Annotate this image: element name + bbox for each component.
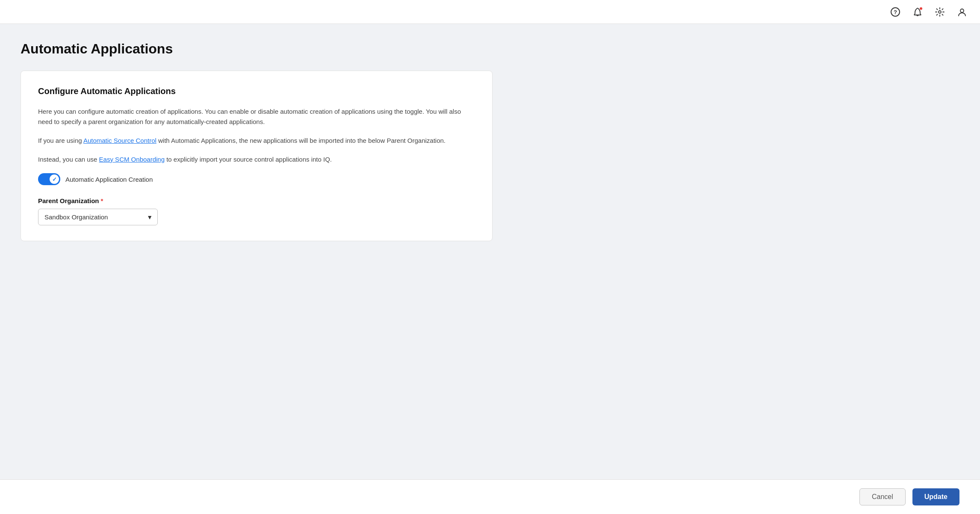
parent-org-select[interactable]: Sandbox Organization Root Organization: [38, 209, 158, 225]
card-title: Configure Automatic Applications: [38, 86, 475, 96]
parent-org-select-wrapper: Sandbox Organization Root Organization ▼: [38, 209, 158, 225]
automatic-source-control-link[interactable]: Automatic Source Control: [83, 137, 156, 144]
user-icon[interactable]: [956, 6, 968, 18]
main-content: Automatic Applications Configure Automat…: [0, 24, 513, 269]
description-2-suffix: with Automatic Applications, the new app…: [156, 137, 446, 144]
configure-card: Configure Automatic Applications Here yo…: [21, 71, 493, 241]
update-button[interactable]: Update: [912, 488, 959, 505]
description-3-suffix: to explicitly import your source control…: [165, 156, 332, 163]
svg-point-3: [960, 9, 964, 12]
toggle-check-icon: ✓: [52, 176, 57, 183]
toggle-label: Automatic Application Creation: [65, 176, 153, 183]
svg-text:?: ?: [894, 9, 897, 15]
help-icon[interactable]: ?: [889, 6, 901, 18]
required-star: *: [101, 197, 103, 204]
cancel-button[interactable]: Cancel: [859, 488, 906, 505]
description-3-prefix: Instead, you can use: [38, 156, 99, 163]
notification-icon[interactable]: [912, 6, 924, 18]
svg-point-2: [939, 11, 941, 13]
page-title: Automatic Applications: [21, 41, 493, 57]
auto-creation-toggle[interactable]: ✓: [38, 173, 60, 185]
settings-icon[interactable]: [934, 6, 946, 18]
toggle-row: ✓ Automatic Application Creation: [38, 173, 475, 185]
description-3: Instead, you can use Easy SCM Onboarding…: [38, 154, 475, 165]
field-label: Parent Organization*: [38, 197, 475, 204]
description-1: Here you can configure automatic creatio…: [38, 106, 475, 127]
top-bar: ?: [0, 0, 980, 24]
description-2: If you are using Automatic Source Contro…: [38, 136, 475, 146]
footer-actions: Cancel Update: [0, 479, 980, 514]
easy-scm-onboarding-link[interactable]: Easy SCM Onboarding: [99, 156, 165, 163]
description-2-prefix: If you are using: [38, 137, 83, 144]
toggle-knob: ✓: [50, 174, 59, 184]
notification-badge: [919, 7, 923, 10]
